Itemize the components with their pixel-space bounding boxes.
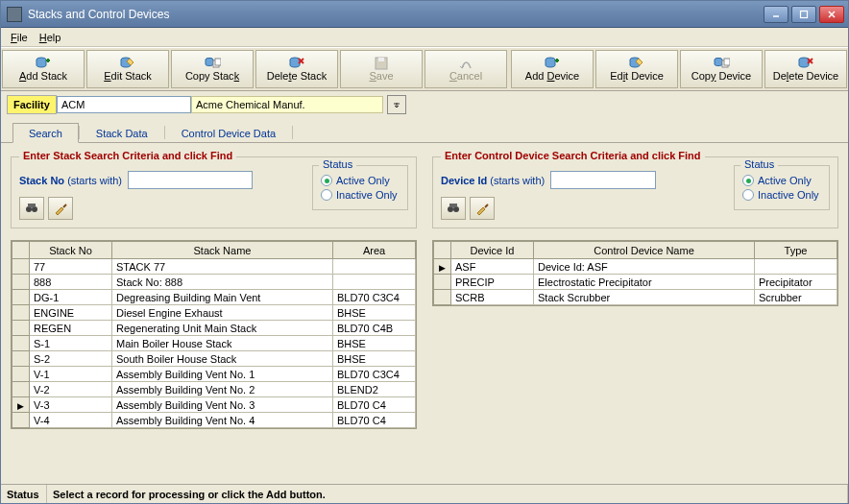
table-row[interactable]: S-1Main Boiler House StackBHSE [12,336,416,351]
binoculars-icon [24,201,39,216]
facility-row: Facility ACM Acme Chemical Manuf. [1,91,848,116]
facility-dropdown-button[interactable] [387,95,406,114]
device-panel: Enter Control Device Search Criteria and… [432,153,838,480]
statusbar: Status Select a record for processing or… [1,484,848,503]
facility-name-field: Acme Chemical Manuf. [191,96,383,113]
tab-row: Search Stack Data Control Device Data [1,116,848,143]
svg-rect-20 [28,204,36,207]
stack-panel: Enter Stack Search Criteria and click Fi… [11,153,417,480]
table-row[interactable]: V-2Assembly Building Vent No. 2BLEND2 [12,382,416,397]
facility-code-field[interactable]: ACM [57,96,191,113]
svg-line-21 [63,204,66,207]
table-row[interactable]: V-3Assembly Building Vent No. 3BLD70 C4 [12,397,416,413]
table-row[interactable]: ASFDevice Id: ASF [434,259,837,275]
toolbar: Add Stack Edit Stack Copy Stack Delete S… [1,47,848,91]
chevron-down-icon [392,100,401,109]
copy-stack-button[interactable]: Copy Stack [171,50,254,88]
tab-control-device-data[interactable]: Control Device Data [165,123,292,143]
table-row[interactable]: ENGINEDiesel Engine ExhaustBHSE [12,305,416,321]
menubar: File Help [1,28,848,47]
database-add-icon [35,57,52,70]
device-id-label: Device Id (starts with) [441,175,545,186]
app-icon [7,7,22,22]
table-row[interactable]: PRECIPElectrostatic PrecipitatorPrecipit… [434,275,837,290]
device-search-legend: Enter Control Device Search Criteria and… [441,150,705,161]
delete-device-button[interactable]: Delete Device [764,50,847,88]
add-stack-button[interactable]: Add Stack [2,50,85,88]
save-button: Save [340,50,423,88]
copy-device-button[interactable]: Copy Device [680,50,763,88]
table-row[interactable]: DG-1Degreasing Building Main VentBLD70 C… [12,290,416,305]
maximize-button[interactable] [791,6,816,23]
menu-file[interactable]: File [5,30,34,45]
database-copy-icon [204,57,221,70]
stack-active-radio[interactable]: Active Only [321,175,400,186]
svg-rect-24 [449,204,457,207]
table-row[interactable]: V-4Assembly Building Vent No. 4BLD70 C4 [12,413,416,428]
window-title: Stacks and Control Devices [28,8,764,21]
device-col-id[interactable]: Device Id [451,242,534,259]
device-col-type[interactable]: Type [755,242,837,259]
statusbar-text: Select a record for processing or click … [47,485,848,503]
save-icon [373,57,390,70]
find-stack-button[interactable] [19,197,44,220]
stack-col-name[interactable]: Stack Name [112,242,333,259]
facility-label: Facility [7,95,57,114]
database-edit-icon [119,57,136,70]
broom-icon [53,201,68,216]
stack-status-group: Status Active Only Inactive Only [312,165,408,210]
svg-rect-1 [801,11,808,17]
stack-table[interactable]: Stack No Stack Name Area 77STACK 77888St… [11,240,417,429]
table-row[interactable]: SCRBStack ScrubberScrubber [434,290,837,305]
close-button[interactable] [819,6,844,23]
device-search-group: Enter Control Device Search Criteria and… [432,156,838,228]
cancel-button: Cancel [424,50,507,88]
svg-rect-11 [378,58,384,61]
device-table[interactable]: Device Id Control Device Name Type ASFDe… [432,240,838,306]
database-edit-icon [628,57,645,70]
svg-rect-8 [215,59,221,65]
statusbar-label: Status [1,485,47,503]
clear-device-button[interactable] [470,197,495,220]
table-row[interactable]: 77STACK 77 [12,259,416,275]
edit-stack-button[interactable]: Edit Stack [86,50,169,88]
clear-stack-button[interactable] [48,197,73,220]
stack-no-label: Stack No (starts with) [19,175,122,186]
titlebar: Stacks and Control Devices [1,1,848,28]
device-inactive-radio[interactable]: Inactive Only [742,189,821,201]
table-row[interactable]: V-1Assembly Building Vent No. 1BLD70 C3C… [12,367,416,382]
status-legend: Status [319,158,356,170]
delete-stack-button[interactable]: Delete Stack [255,50,338,88]
binoculars-icon [446,201,461,216]
database-add-icon [544,57,561,70]
tab-stack-data[interactable]: Stack Data [80,123,164,143]
device-id-input[interactable] [550,171,656,189]
stack-col-no[interactable]: Stack No [30,242,112,259]
database-copy-icon [713,57,730,70]
cancel-icon [457,57,474,70]
stack-search-legend: Enter Stack Search Criteria and click Fi… [19,150,236,161]
broom-icon [474,201,490,216]
add-device-button[interactable]: Add Device [511,50,594,88]
stack-col-area[interactable]: Area [333,242,416,259]
minimize-button[interactable] [764,6,788,23]
status-legend: Status [740,158,778,170]
device-col-name[interactable]: Control Device Name [534,242,755,259]
database-delete-icon [797,57,814,70]
find-device-button[interactable] [441,197,466,220]
stack-inactive-radio[interactable]: Inactive Only [321,189,400,201]
stack-no-input[interactable] [128,171,253,189]
svg-rect-16 [724,59,730,65]
device-active-radio[interactable]: Active Only [742,175,821,186]
tab-search[interactable]: Search [12,123,79,143]
svg-line-25 [485,204,488,207]
database-delete-icon [288,57,305,70]
table-row[interactable]: 888Stack No: 888 [12,275,416,290]
edit-device-button[interactable]: Edit Device [595,50,678,88]
menu-help[interactable]: Help [34,30,67,45]
device-status-group: Status Active Only Inactive Only [734,165,830,210]
table-row[interactable]: REGENRegenerating Unit Main StackBLD70 C… [12,321,416,336]
stack-search-group: Enter Stack Search Criteria and click Fi… [11,156,417,228]
table-row[interactable]: S-2South Boiler House StackBHSE [12,351,416,367]
